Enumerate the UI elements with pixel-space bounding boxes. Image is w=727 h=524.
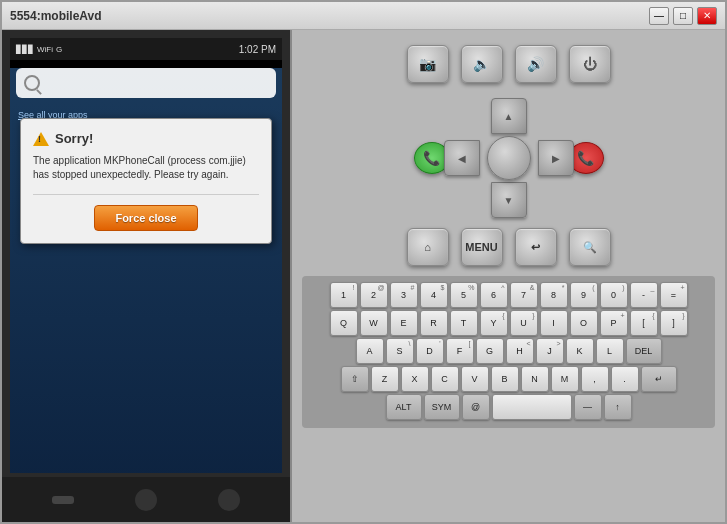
key-k[interactable]: K xyxy=(566,338,594,364)
key-equals[interactable]: =+ xyxy=(660,282,688,308)
key-1[interactable]: 1! xyxy=(330,282,358,308)
dpad-left-button[interactable]: ◀ xyxy=(444,140,480,176)
volume-up-button[interactable]: 🔊 xyxy=(515,45,557,83)
key-4[interactable]: 4$ xyxy=(420,282,448,308)
kb-row-4: ⇧ Z X C V B N M , . ↵ xyxy=(306,366,711,392)
maximize-button[interactable]: □ xyxy=(673,7,693,25)
key-5[interactable]: 5% xyxy=(450,282,478,308)
key-up-arrow[interactable]: ↑ xyxy=(604,394,632,420)
menu-button[interactable]: MENU xyxy=(461,228,503,266)
key-7[interactable]: 7& xyxy=(510,282,538,308)
android-status-bar: ▊▊▊ WiFi G 1:02 PM xyxy=(10,38,282,60)
key-3[interactable]: 3# xyxy=(390,282,418,308)
key-y[interactable]: Y{ xyxy=(480,310,508,336)
key-i[interactable]: I xyxy=(540,310,568,336)
key-bracket-close[interactable]: ]} xyxy=(660,310,688,336)
phone-emulator: ▊▊▊ WiFi G 1:02 PM See all your apps xyxy=(2,30,292,522)
key-bracket-open[interactable]: [{ xyxy=(630,310,658,336)
dpad-down-button[interactable]: ▼ xyxy=(491,182,527,218)
power-icon: ⏻ xyxy=(583,56,597,72)
key-period[interactable]: . xyxy=(611,366,639,392)
key-6[interactable]: 6^ xyxy=(480,282,508,308)
key-z[interactable]: Z xyxy=(371,366,399,392)
top-control-row: 📷 🔈 🔊 ⏻ xyxy=(407,45,611,83)
key-dash-bottom[interactable]: — xyxy=(574,394,602,420)
search-icon: 🔍 xyxy=(583,241,597,254)
search-icon xyxy=(24,75,40,91)
power-button[interactable]: ⏻ xyxy=(569,45,611,83)
dialog-divider xyxy=(33,194,259,195)
key-d[interactable]: D' xyxy=(416,338,444,364)
key-e[interactable]: E xyxy=(390,310,418,336)
dpad: ▲ ▼ ◀ ▶ xyxy=(444,98,574,218)
key-h[interactable]: H< xyxy=(506,338,534,364)
key-g[interactable]: G xyxy=(476,338,504,364)
key-shift[interactable]: ⇧ xyxy=(341,366,369,392)
warning-icon xyxy=(33,132,49,146)
key-l[interactable]: L xyxy=(596,338,624,364)
minimize-button[interactable]: — xyxy=(649,7,669,25)
key-f[interactable]: F[ xyxy=(446,338,474,364)
battery-icon: G xyxy=(56,45,62,54)
main-content: ▊▊▊ WiFi G 1:02 PM See all your apps xyxy=(2,30,725,522)
key-2[interactable]: 2@ xyxy=(360,282,388,308)
phone-hw-btn-center[interactable] xyxy=(135,489,157,511)
key-w[interactable]: W xyxy=(360,310,388,336)
main-window: 5554:mobileAvd — □ ✕ ▊▊▊ WiFi G 1:02 PM xyxy=(0,0,727,524)
key-t[interactable]: T xyxy=(450,310,478,336)
home-button[interactable]: ⌂ xyxy=(407,228,449,266)
keyboard: 1! 2@ 3# 4$ 5% 6^ 7& 8* 9( 0) -_ =+ Q W xyxy=(302,276,715,428)
dpad-center-button[interactable] xyxy=(487,136,531,180)
phone-hardware-buttons xyxy=(2,477,290,522)
key-v[interactable]: V xyxy=(461,366,489,392)
phone-hw-btn-right[interactable] xyxy=(218,489,240,511)
key-del[interactable]: DEL xyxy=(626,338,662,364)
key-comma[interactable]: , xyxy=(581,366,609,392)
key-sym[interactable]: SYM xyxy=(424,394,460,420)
signal-icon: ▊▊▊ xyxy=(16,45,34,54)
android-home: See all your apps Sorry! The application… xyxy=(10,68,282,473)
close-button[interactable]: ✕ xyxy=(697,7,717,25)
volume-down-button[interactable]: 🔈 xyxy=(461,45,503,83)
key-p[interactable]: P+ xyxy=(600,310,628,336)
key-space[interactable] xyxy=(492,394,572,420)
back-button[interactable]: ↩ xyxy=(515,228,557,266)
key-q[interactable]: Q xyxy=(330,310,358,336)
key-j[interactable]: J> xyxy=(536,338,564,364)
menu-label: MENU xyxy=(465,241,497,253)
key-b[interactable]: B xyxy=(491,366,519,392)
key-m[interactable]: M xyxy=(551,366,579,392)
key-0[interactable]: 0) xyxy=(600,282,628,308)
key-a[interactable]: A xyxy=(356,338,384,364)
kb-row-1: 1! 2@ 3# 4$ 5% 6^ 7& 8* 9( 0) -_ =+ xyxy=(306,282,711,308)
key-enter[interactable]: ↵ xyxy=(641,366,677,392)
key-u[interactable]: U} xyxy=(510,310,538,336)
key-c[interactable]: C xyxy=(431,366,459,392)
kb-row-5: ALT SYM @ — ↑ xyxy=(306,394,711,420)
key-at[interactable]: @ xyxy=(462,394,490,420)
key-x[interactable]: X xyxy=(401,366,429,392)
key-s[interactable]: S\ xyxy=(386,338,414,364)
key-alt[interactable]: ALT xyxy=(386,394,422,420)
key-r[interactable]: R xyxy=(420,310,448,336)
volume-up-icon: 🔊 xyxy=(527,56,544,72)
phone-hw-btn-left[interactable] xyxy=(52,496,74,504)
key-n[interactable]: N xyxy=(521,366,549,392)
wifi-icon: WiFi xyxy=(37,45,53,54)
status-time: 1:02 PM xyxy=(239,44,276,55)
search-button[interactable]: 🔍 xyxy=(569,228,611,266)
title-bar: 5554:mobileAvd — □ ✕ xyxy=(2,2,725,30)
key-9[interactable]: 9( xyxy=(570,282,598,308)
camera-button[interactable]: 📷 xyxy=(407,45,449,83)
dialog-title-row: Sorry! xyxy=(33,131,259,146)
key-8[interactable]: 8* xyxy=(540,282,568,308)
android-search-bar[interactable] xyxy=(16,68,276,98)
window-title: 5554:mobileAvd xyxy=(10,9,102,23)
dpad-up-button[interactable]: ▲ xyxy=(491,98,527,134)
key-minus[interactable]: -_ xyxy=(630,282,658,308)
dialog-body-text: The application MKPhoneCall (process com… xyxy=(33,154,259,182)
key-o[interactable]: O xyxy=(570,310,598,336)
force-close-button[interactable]: Force close xyxy=(94,205,197,231)
dpad-right-button[interactable]: ▶ xyxy=(538,140,574,176)
phone-screen: ▊▊▊ WiFi G 1:02 PM See all your apps xyxy=(10,38,282,473)
